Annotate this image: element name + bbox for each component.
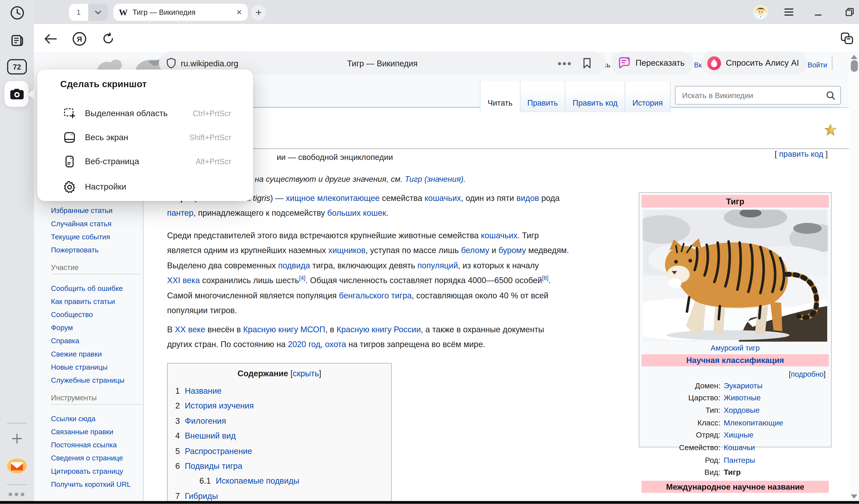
wiki-link[interactable]: Кошачьи [724, 441, 755, 454]
sidebar-link[interactable]: Форум [51, 321, 124, 334]
sidebar-link[interactable]: Постоянная ссылка [51, 439, 145, 452]
sidebar-link[interactable]: Новые страницы [51, 361, 124, 374]
wiki-link[interactable]: популяций [418, 261, 458, 270]
wiki-link[interactable]: белому [461, 246, 489, 255]
wiki-link[interactable]: Пантеры [724, 454, 755, 466]
wiki-link[interactable]: править код [779, 149, 823, 158]
wiki-link[interactable]: бурому [498, 246, 526, 255]
new-tab-button[interactable]: + [251, 5, 266, 20]
wiki-link[interactable]: Тигр (значения). [405, 175, 466, 184]
wiki-link[interactable]: больших кошек [327, 208, 386, 217]
wiki-link[interactable]: [6] [542, 274, 548, 281]
screenshot-camera-icon[interactable] [0, 86, 34, 103]
scrollbar[interactable] [849, 53, 859, 501]
sidebar-link[interactable]: Служебные страницы [51, 374, 124, 387]
wiki-link[interactable]: Хордовые [724, 404, 760, 416]
wiki-link[interactable]: Животные [724, 392, 760, 404]
restore-button[interactable] [842, 0, 857, 24]
wiki-link[interactable]: хищное млекопитающее [286, 194, 380, 203]
tab-group-button[interactable]: 1 [69, 4, 88, 21]
wiki-link[interactable]: Красную книгу МСОП [243, 325, 325, 334]
edit-section-link[interactable]: [ править код ] [774, 147, 828, 162]
sidebar-link[interactable]: Сообщить об ошибке [51, 282, 124, 295]
sidebar-link[interactable]: Связанные правки [51, 425, 145, 439]
tiger-photo[interactable] [643, 210, 828, 341]
url-host[interactable]: ru.wikipedia.org [181, 58, 238, 67]
wiki-link[interactable]: [4] [299, 274, 305, 281]
extensions-icon[interactable] [838, 24, 856, 53]
site-security-shield-icon[interactable] [167, 58, 176, 68]
retell-button[interactable]: Пересказать [611, 51, 693, 75]
toc-item[interactable]: 5Распространение [175, 443, 391, 458]
scrollbar-thumb[interactable] [850, 60, 858, 72]
wiki-link[interactable]: XXI века [167, 276, 200, 285]
details-link[interactable]: [подробно] [639, 370, 831, 378]
minimize-button[interactable] [811, 0, 825, 24]
toc-item[interactable]: 7Гибриды [175, 488, 391, 501]
toc-item[interactable]: 3Филогения [175, 413, 391, 428]
toc-item[interactable]: 2История изучения [175, 398, 391, 413]
sidebar-more-icon[interactable]: ●●● [0, 489, 34, 499]
bookmark-icon[interactable] [583, 57, 592, 69]
wiki-link[interactable]: бенгальского тигра [339, 290, 412, 300]
full-screen-icon [63, 131, 76, 144]
browser-menu-icon[interactable] [782, 0, 796, 24]
sidebar-link[interactable]: Справка [51, 335, 124, 348]
wiki-link[interactable]: подвида [278, 261, 310, 270]
wiki-link[interactable]: 2020 год [288, 340, 320, 349]
add-panel-icon[interactable] [0, 431, 34, 446]
wiki-link[interactable]: Млекопитающие [724, 416, 783, 429]
tabs-panel-icon[interactable] [0, 32, 34, 48]
wiki-link[interactable]: Красную книгу России [336, 325, 421, 334]
back-icon[interactable] [42, 24, 59, 53]
menu-item-1[interactable]: Выделенная областьCtrl+PrtScr [37, 101, 253, 125]
wiki-tab-1[interactable]: Читать [480, 81, 520, 112]
wiki-link[interactable]: хищников [328, 246, 365, 255]
sidebar-link[interactable]: Как править статьи [51, 295, 124, 308]
classification-rows: Домен:ЭукариотыЦарство:ЖивотныеТип:Хордо… [639, 379, 831, 479]
sidebar-link[interactable]: Ссылки сюда [51, 412, 145, 425]
toc-item[interactable]: 6Подвиды тигра [175, 458, 391, 473]
wiki-link[interactable]: Эукариоты [724, 379, 763, 392]
featured-star-icon[interactable] [825, 124, 837, 136]
toc-item[interactable]: 6.1Ископаемые подвиды [199, 473, 391, 488]
classification-row: Отряд:Хищные [639, 429, 831, 441]
refresh-icon[interactable] [100, 24, 116, 53]
scroll-down-arrow[interactable] [851, 494, 858, 499]
sidebar-link[interactable]: Получить короткий URL [51, 478, 145, 491]
wiki-link[interactable]: скрыть [293, 369, 319, 378]
menu-item-4[interactable]: Настройки [37, 175, 253, 199]
wiki-link[interactable]: Хищные [724, 429, 753, 441]
sidebar-link[interactable]: Текущие события [51, 231, 112, 244]
menu-item-3[interactable]: Веб-страницаAlt+PrtScr [37, 149, 253, 173]
wiki-link[interactable]: подробно [791, 370, 824, 378]
browser-tab-wikipedia[interactable]: W Тигр — Википедия ✕ [114, 4, 247, 21]
tab-close-icon[interactable]: ✕ [236, 8, 242, 16]
sidebar-link[interactable]: Избранные статьи [51, 204, 112, 217]
menu-item-2[interactable]: Весь экранShift+PrtScr [37, 125, 253, 149]
toc-item[interactable]: 1Название [175, 383, 391, 398]
url-more-icon[interactable]: ●●● [557, 59, 572, 67]
wiki-link[interactable]: видов [516, 194, 539, 203]
history-icon[interactable] [0, 4, 34, 21]
sidebar-link[interactable]: Случайная статья [51, 217, 112, 231]
wiki-link[interactable]: пантер [167, 208, 194, 217]
wiki-link[interactable]: XX веке [175, 325, 205, 334]
sidebar-link[interactable]: Свежие правки [51, 348, 124, 361]
wiki-link[interactable]: охота [325, 340, 346, 349]
profile-avatar[interactable] [753, 0, 768, 24]
scroll-up-arrow[interactable] [851, 55, 858, 59]
tab-counter-badge[interactable]: 72 [0, 59, 34, 75]
wiki-link[interactable]: кошачьих [481, 231, 517, 240]
yandex-mail-icon[interactable] [0, 458, 34, 474]
tab-group-chevron[interactable] [88, 4, 108, 21]
toc-item[interactable]: 4Внешний вид [175, 428, 391, 443]
yandex-search-icon[interactable]: Я [71, 24, 88, 53]
sidebar-link[interactable]: Сведения о странице [51, 452, 145, 465]
ask-alice-button[interactable]: Спросить Алису AI [701, 51, 808, 75]
wiki-link[interactable]: кошачьих [425, 194, 461, 203]
sidebar-link[interactable]: Пожертвовать [51, 244, 112, 257]
menu-item-shortcut: Shift+PrtScr [189, 133, 231, 142]
sidebar-link[interactable]: Сообщество [51, 308, 124, 321]
sidebar-link[interactable]: Цитировать страницу [51, 465, 145, 478]
